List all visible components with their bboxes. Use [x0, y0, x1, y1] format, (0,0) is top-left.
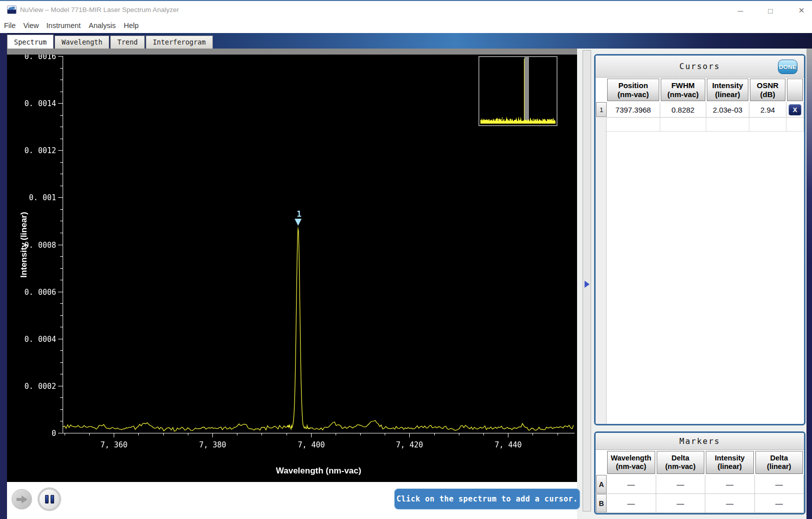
column-header-intensity: Intensity(linear) [706, 451, 754, 474]
marker-b-delta-linear: — [755, 494, 804, 513]
marker-a-wavelength: — [607, 475, 656, 494]
marker-row-a: A — — — — [596, 475, 804, 494]
cursor-actions-cell: X [786, 102, 804, 118]
cursors-panel-title: Cursors DONE [596, 56, 804, 78]
marker-a-intensity: — [705, 475, 755, 494]
cursors-table-blank-area [596, 132, 804, 424]
step-button[interactable] [12, 489, 32, 509]
arrow-right-icon [17, 495, 28, 503]
tab-trend[interactable]: Trend [110, 36, 145, 49]
done-button[interactable]: DONE [778, 60, 797, 74]
plot-top-strip [7, 49, 577, 55]
tab-strip: Spectrum Wavelength Trend Interferogram [0, 33, 812, 49]
delete-cursor-button[interactable]: X [788, 104, 801, 116]
cursor-intensity-value: 2.03e-03 [706, 102, 749, 118]
column-header-fwhm: FWHM(nm-vac) [661, 79, 705, 101]
menu-item-view[interactable]: View [23, 20, 39, 32]
column-header-osnr: OSNR(dB) [750, 79, 785, 101]
maximize-button[interactable]: □ [762, 4, 778, 17]
pause-icon [51, 495, 54, 503]
menu-item-analysis[interactable]: Analysis [89, 20, 116, 32]
marker-a-delta-linear: — [755, 475, 804, 494]
y-axis-label: Intensity (linear) [19, 192, 30, 297]
tab-interferogram[interactable]: Interferogram [146, 36, 213, 49]
row-number: 1 [596, 102, 607, 117]
marker-b-wavelength: — [607, 494, 656, 513]
column-header-intensity: Intensity(linear) [707, 79, 748, 101]
header-corner [596, 79, 606, 101]
tab-wavelength[interactable]: Wavelength [55, 36, 109, 49]
cursor-table-empty-row [596, 118, 804, 132]
cursors-table-header: Position(nm-vac) FWHM(nm-vac) Intensity(… [596, 78, 804, 102]
markers-table-header: Wavelength(nm-vac) Delta(nm-vac) Intensi… [596, 450, 804, 475]
marker-row-b: B — — — — [596, 494, 804, 513]
header-corner [596, 451, 606, 474]
markers-panel-title: Markers [596, 433, 804, 450]
titlebar: NuView – Model 771B-MIR Laser Spectrum A… [0, 1, 812, 18]
column-header-delta-nm: Delta(nm-vac) [657, 451, 705, 474]
app-icon [7, 6, 17, 14]
menu-item-help[interactable]: Help [124, 20, 139, 32]
chevron-right-icon [585, 281, 590, 288]
window-title: NuView – Model 771B-MIR Laser Spectrum A… [20, 6, 179, 14]
x-axis-label: Wavelength (nm-vac) [63, 466, 575, 476]
column-header-delta-linear: Delta(linear) [755, 451, 803, 474]
cursor-hint-banner: Click on the spectrum to add a cursor. [394, 488, 580, 509]
menu-item-instrument[interactable]: Instrument [47, 20, 81, 32]
menu-item-file[interactable]: File [4, 20, 16, 32]
panel-splitter[interactable] [583, 50, 591, 511]
pause-button[interactable] [38, 488, 61, 510]
column-header-position: Position(nm-vac) [607, 79, 659, 101]
window-left-edge [0, 33, 7, 519]
marker-b-label: B [596, 494, 607, 512]
marker-b-intensity: — [705, 494, 755, 513]
overview-inset-canvas [479, 57, 557, 125]
tab-spectrum[interactable]: Spectrum [7, 35, 54, 49]
marker-a-delta-nm: — [656, 475, 706, 494]
cursor-position-value: 7397.3968 [607, 102, 660, 118]
menubar: File View Instrument Analysis Help [0, 18, 812, 33]
window-right-edge [806, 49, 812, 519]
spectrum-overview-inset[interactable] [478, 56, 558, 126]
cursors-panel: Cursors DONE Position(nm-vac) FWHM(nm-va… [594, 54, 805, 425]
cursor-fwhm-value: 0.8282 [660, 102, 706, 118]
pause-icon [45, 495, 49, 503]
markers-panel: Markers Wavelength(nm-vac) Delta(nm-vac)… [594, 431, 805, 514]
marker-a-label: A [596, 475, 607, 493]
column-header-actions [787, 79, 803, 101]
cursor-osnr-value: 2.94 [749, 102, 786, 118]
minimize-button[interactable]: ─ [732, 4, 748, 17]
column-header-wavelength: Wavelength(nm-vac) [607, 451, 655, 474]
cursor-table-row: 1 7397.3968 0.8282 2.03e-03 2.94 X [596, 102, 804, 118]
marker-b-delta-nm: — [656, 494, 706, 513]
close-button[interactable]: ✕ [793, 4, 809, 17]
